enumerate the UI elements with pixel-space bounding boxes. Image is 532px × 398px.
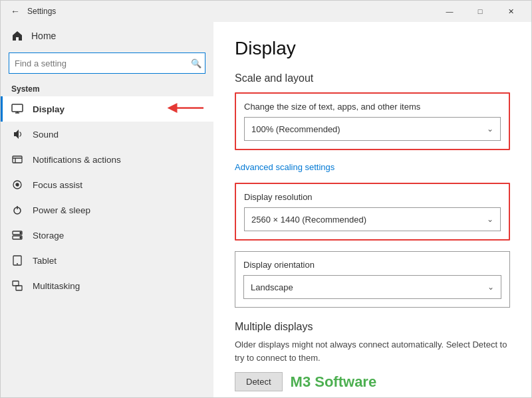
svg-rect-16 [13,281,19,286]
sidebar-item-label: Display [33,104,65,114]
search-input[interactable] [9,52,205,74]
maximize-button[interactable]: □ [465,1,495,22]
focus-icon [11,179,23,191]
titlebar: ← Settings — □ ✕ [1,1,531,22]
display-icon [11,103,23,115]
home-icon [11,30,23,42]
brand-label: M3 Software [291,373,377,391]
scale-box-label: Change the size of text, apps, and other… [244,102,501,112]
search-box: 🔍 [9,52,205,74]
svg-point-7 [16,183,19,186]
scale-layout-section: Scale and layout Change the size of text… [235,72,510,308]
window-title: Settings [25,7,434,16]
settings-window: ← Settings — □ ✕ Home 🔍 [0,0,532,398]
sound-icon [11,128,23,140]
scale-box: Change the size of text, apps, and other… [235,92,510,150]
sidebar-item-label: Tablet [33,256,57,266]
svg-rect-17 [16,286,22,290]
sidebar-item-label: Multitasking [33,281,80,291]
chevron-down-icon: ⌄ [487,282,494,292]
advanced-scaling-link[interactable]: Advanced scaling settings [235,162,334,172]
sidebar-item-storage[interactable]: Storage [1,223,213,248]
sidebar-item-label: Sound [33,130,59,140]
orientation-box: Display orientation Landscape ⌄ [235,251,510,308]
orientation-value: Landscape [251,282,293,292]
sidebar-item-display[interactable]: Display [1,96,213,122]
resolution-dropdown[interactable]: 2560 × 1440 (Recommended) ⌄ [244,207,501,231]
notifications-icon [11,153,23,165]
chevron-down-icon: ⌄ [487,215,493,224]
sidebar-item-multitasking[interactable]: Multitasking [1,273,213,298]
scale-layout-title: Scale and layout [235,72,510,84]
minimize-button[interactable]: — [434,1,465,22]
multiple-displays-title: Multiple displays [235,321,510,333]
multiple-displays-desc: Older displays might not always connect … [235,338,510,364]
orientation-label: Display orientation [243,260,501,270]
content-area: Home 🔍 System Display [1,22,531,397]
svg-rect-5 [13,156,22,163]
chevron-down-icon: ⌄ [487,124,493,134]
window-controls: — □ ✕ [434,1,526,22]
scale-value: 100% (Recommended) [251,124,340,134]
sidebar-section-label: System [1,79,213,96]
resolution-value: 2560 × 1440 (Recommended) [251,215,366,225]
sidebar-item-label: Power & sleep [33,205,90,215]
orientation-dropdown[interactable]: Landscape ⌄ [243,275,501,299]
svg-point-12 [20,233,21,234]
detect-button[interactable]: Detect [235,372,283,391]
sidebar: Home 🔍 System Display [1,22,213,397]
main-content: Display Scale and layout Change the size… [213,22,531,397]
back-button[interactable]: ← [6,2,25,21]
sidebar-item-home[interactable]: Home [1,22,213,50]
svg-point-13 [20,237,21,239]
resolution-box: Display resolution 2560 × 1440 (Recommen… [235,183,510,241]
sidebar-item-power[interactable]: Power & sleep [1,197,213,223]
svg-rect-0 [12,104,23,112]
resolution-label: Display resolution [244,192,501,202]
page-title: Display [235,38,510,59]
sidebar-item-notifications[interactable]: Notifications & actions [1,147,213,172]
detect-row: Detect M3 Software [235,372,510,391]
search-icon: 🔍 [191,58,201,68]
sidebar-item-tablet[interactable]: Tablet [1,248,213,273]
storage-icon [11,229,23,241]
power-icon [11,204,23,216]
sidebar-item-label: Focus assist [33,180,82,190]
sidebar-item-label: Storage [33,231,64,241]
home-label: Home [31,31,56,41]
arrow-annotation [167,101,207,118]
multitasking-icon [11,280,23,292]
multiple-displays-section: Multiple displays Older displays might n… [235,321,510,391]
sidebar-item-focus[interactable]: Focus assist [1,172,213,197]
scale-dropdown[interactable]: 100% (Recommended) ⌄ [244,117,501,141]
tablet-icon [11,254,23,266]
sidebar-item-sound[interactable]: Sound [1,122,213,147]
sidebar-item-label: Notifications & actions [33,155,121,165]
close-button[interactable]: ✕ [495,1,526,22]
